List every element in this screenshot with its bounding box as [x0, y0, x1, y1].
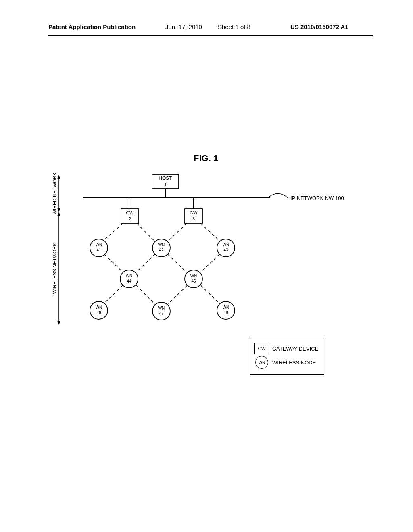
wn-id: 48: [223, 310, 228, 315]
gateway-box: GW 3: [185, 209, 202, 223]
svg-line-14: [167, 254, 186, 272]
gw-id: 3: [192, 216, 195, 221]
wireless-node: WN 45: [185, 270, 202, 288]
wn-label: WN: [126, 274, 133, 278]
wn-id: 46: [96, 310, 101, 315]
legend-wn-text: WIRELESS NODE: [272, 360, 316, 366]
wn-label: WN: [96, 305, 102, 310]
wireless-node: WN 44: [120, 270, 138, 288]
wn-id: 47: [159, 311, 164, 316]
gw-id: 2: [129, 216, 131, 221]
arrow-down-icon: [57, 208, 60, 212]
svg-line-9: [137, 223, 154, 241]
wn-label: WN: [96, 243, 102, 247]
wn-id: 43: [223, 248, 228, 252]
header-sheet: Sheet 1 of 8: [218, 23, 250, 30]
wireless-node: WN 42: [152, 239, 170, 257]
wireless-node: WN 46: [90, 301, 108, 319]
wireless-node: WN 43: [217, 239, 235, 257]
svg-line-12: [104, 254, 123, 272]
host-box: HOST 1: [152, 174, 179, 197]
svg-line-15: [201, 254, 220, 272]
wn-id: 41: [96, 248, 101, 252]
header-left: Patent Application Publication: [48, 23, 136, 30]
page-header: Patent Application Publication Jun. 17, …: [0, 32, 413, 36]
svg-line-19: [201, 285, 220, 304]
leader-line: [268, 193, 288, 198]
host-id: 1: [164, 182, 167, 187]
wn-id: 44: [127, 279, 131, 283]
arrow-up-icon: [57, 212, 60, 216]
wireless-label: WIRELESS NETWORK: [52, 243, 58, 294]
header-date: Jun. 17, 2010: [165, 23, 202, 30]
wireless-node: WN 47: [152, 302, 170, 320]
host-label: HOST: [159, 175, 172, 181]
legend-gw-text: GATEWAY DEVICE: [272, 346, 318, 352]
wn-id: 42: [159, 248, 164, 252]
page: Patent Application Publication Jun. 17, …: [0, 0, 413, 532]
wn-id: 45: [191, 279, 196, 283]
legend-row-gw: GW GATEWAY DEVICE: [254, 343, 318, 354]
arrow-down-icon: [57, 321, 60, 325]
wireless-node: WN 41: [90, 239, 108, 257]
figure-title: FIG. 1: [194, 153, 218, 164]
wn-label: WN: [158, 243, 165, 247]
diagram: WIRED NETWORK WIRELESS NETWORK IP NETWOR…: [40, 169, 347, 340]
gateway-box: GW 2: [121, 209, 139, 223]
svg-line-17: [136, 285, 155, 304]
svg-line-11: [200, 223, 220, 241]
wireless-node: WN 48: [217, 301, 235, 319]
svg-line-18: [168, 285, 187, 304]
gateway-icon: GW: [254, 343, 269, 354]
legend: GW GATEWAY DEVICE WN WIRELESS NODE: [250, 338, 324, 375]
legend-row-wn: WN WIRELESS NODE: [254, 356, 318, 369]
svg-line-16: [103, 285, 123, 304]
header-pubno: US 2010/0150072 A1: [290, 23, 348, 30]
wn-label: WN: [223, 305, 229, 310]
svg-line-13: [136, 254, 155, 272]
arrow-up-icon: [57, 175, 60, 179]
gw-label: GW: [126, 210, 134, 215]
side-axis: WIRED NETWORK WIRELESS NETWORK: [52, 172, 60, 325]
svg-line-8: [103, 223, 123, 241]
ip-network-label: IP NETWORK NW 100: [290, 195, 344, 201]
wireless-links: [103, 223, 220, 304]
wired-label: WIRED NETWORK: [52, 172, 58, 215]
wn-label: WN: [223, 243, 229, 247]
header-rule: [48, 35, 373, 36]
gw-label: GW: [190, 210, 198, 215]
wn-label: WN: [158, 306, 165, 310]
svg-line-10: [168, 223, 187, 241]
wn-label: WN: [190, 274, 197, 278]
wireless-node-icon: WN: [255, 356, 268, 369]
